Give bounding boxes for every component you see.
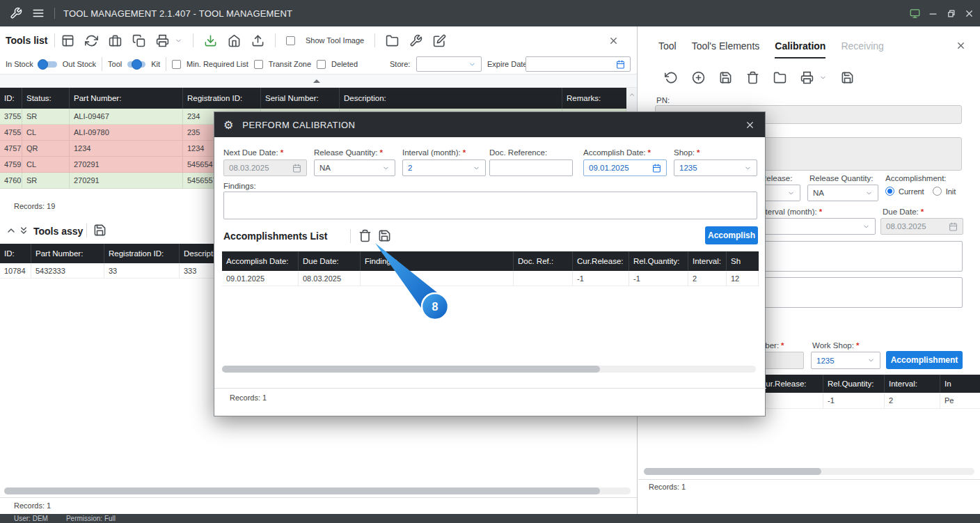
min-required-list-checkbox[interactable] bbox=[172, 60, 181, 69]
collapse-handle-icon[interactable] bbox=[313, 79, 320, 83]
findings-textarea[interactable] bbox=[223, 192, 757, 219]
tab-tool[interactable]: Tool bbox=[658, 35, 677, 58]
header-cell-extra[interactable]: In bbox=[940, 375, 980, 393]
header-cell-rel-quantity[interactable]: Rel.Quantity: bbox=[629, 251, 688, 271]
header-cell-cur-release[interactable]: Cur.Release: bbox=[573, 251, 629, 271]
folder-icon[interactable] bbox=[386, 34, 399, 47]
header-cell-doc-ref[interactable]: Doc. Ref.: bbox=[514, 251, 573, 271]
detail-panel-close-icon[interactable] bbox=[956, 40, 966, 51]
header-cell-shop[interactable]: Sh bbox=[727, 251, 759, 271]
interval-month-select[interactable]: 2 bbox=[402, 159, 486, 176]
save-grid-icon[interactable] bbox=[378, 229, 391, 242]
table-row[interactable]: 09.01.2025 08.03.2025 -1 -1 2 12 bbox=[222, 271, 759, 286]
header-cell-findings[interactable]: Findings: bbox=[361, 251, 514, 271]
export-icon[interactable] bbox=[251, 34, 264, 47]
close-window-button[interactable] bbox=[964, 8, 974, 19]
header-cell-id[interactable]: ID: bbox=[0, 88, 22, 109]
home-icon[interactable] bbox=[228, 34, 241, 47]
header-cell-due-date[interactable]: Due Date: bbox=[299, 251, 361, 271]
header-cell-interval[interactable]: Interval: bbox=[688, 251, 727, 271]
restore-button[interactable] bbox=[946, 8, 956, 19]
work-shop-select[interactable]: 1235 bbox=[811, 352, 880, 369]
shop-label: Shop:* bbox=[674, 148, 700, 157]
print-menu-button[interactable] bbox=[800, 71, 827, 84]
hamburger-menu-icon[interactable] bbox=[32, 7, 45, 19]
edit-icon[interactable] bbox=[433, 34, 446, 47]
header-cell-status[interactable]: Status: bbox=[22, 88, 70, 109]
scrollbar-thumb[interactable] bbox=[4, 487, 600, 494]
scroll-up-icon[interactable] bbox=[629, 91, 635, 98]
store-select[interactable] bbox=[416, 56, 482, 72]
minimize-button[interactable] bbox=[928, 8, 938, 19]
system-tray-icon[interactable] bbox=[910, 8, 920, 19]
show-tool-image-checkbox[interactable] bbox=[286, 36, 295, 45]
refresh-icon[interactable] bbox=[665, 71, 678, 84]
calendar-icon[interactable] bbox=[652, 164, 661, 173]
expire-date-input[interactable] bbox=[525, 56, 631, 72]
radio-init[interactable] bbox=[933, 187, 942, 196]
release-quantity-select[interactable]: NA bbox=[807, 185, 878, 201]
header-cell-accomplish-date[interactable]: Accomplish Date: bbox=[222, 251, 299, 271]
transit-zone-checkbox[interactable] bbox=[254, 60, 263, 69]
header-cell-cur-release[interactable]: Cur.Release: bbox=[756, 375, 823, 393]
dialog-close-icon[interactable] bbox=[745, 120, 755, 130]
header-cell-serial-number[interactable]: Serial Number: bbox=[261, 88, 340, 109]
accomplish-date-input[interactable]: 09.01.2025 bbox=[583, 159, 667, 176]
tab-calibration[interactable]: Calibration bbox=[775, 35, 825, 58]
interval-label: Interval (month):* bbox=[759, 208, 822, 216]
tab-tools-elements[interactable]: Tool's Elements bbox=[692, 35, 760, 58]
delete-icon[interactable] bbox=[358, 229, 372, 242]
show-tool-image-label: Show Tool Image bbox=[306, 36, 364, 45]
header-cell-interval[interactable]: Interval: bbox=[885, 375, 940, 393]
deleted-checkbox[interactable] bbox=[317, 60, 326, 69]
release-quantity-select[interactable]: NA bbox=[314, 159, 395, 176]
header-cell-remarks[interactable]: Remarks: bbox=[562, 88, 626, 109]
filter-separator bbox=[102, 57, 102, 71]
collapse-up-icon[interactable] bbox=[6, 225, 17, 236]
scrollbar-thumb[interactable] bbox=[222, 366, 600, 373]
header-cell-registration-id[interactable]: Registration ID: bbox=[183, 88, 261, 109]
import-icon[interactable] bbox=[204, 34, 217, 47]
header-cell-id[interactable]: ID: bbox=[0, 244, 31, 263]
titlebar: TOOL MANAGEMENT 2.1.407 - TOOL MANAGEMEN… bbox=[0, 0, 980, 26]
save-grid-icon[interactable] bbox=[841, 71, 854, 84]
card-view-icon[interactable] bbox=[61, 34, 74, 47]
calendar-icon bbox=[292, 164, 301, 173]
next-due-date-input: 08.03.2025 bbox=[223, 159, 307, 176]
tab-receiving[interactable]: Receiving bbox=[841, 35, 883, 58]
radio-current[interactable] bbox=[885, 187, 894, 196]
doc-reference-input[interactable] bbox=[489, 159, 573, 176]
header-cell-registration-id[interactable]: Registration ID: bbox=[104, 244, 180, 263]
save-icon[interactable] bbox=[93, 224, 106, 237]
add-icon[interactable] bbox=[692, 71, 705, 84]
tools-list-close-icon[interactable] bbox=[608, 36, 619, 46]
detail-hscrollbar[interactable] bbox=[644, 468, 974, 475]
copy-icon[interactable] bbox=[132, 34, 145, 47]
tool-kit-toggle[interactable] bbox=[127, 61, 145, 68]
min-required-list-label: Min. Required List bbox=[187, 60, 248, 68]
refresh-icon[interactable] bbox=[85, 34, 98, 47]
expand-all-icon[interactable] bbox=[18, 225, 29, 236]
stock-toggle[interactable] bbox=[39, 61, 57, 68]
header-cell-part-number[interactable]: Part Number: bbox=[31, 244, 104, 263]
header-cell-part-number[interactable]: Part Number: bbox=[70, 88, 183, 109]
header-cell-rel-quantity[interactable]: Rel.Quantity: bbox=[823, 375, 885, 393]
calendar-icon[interactable] bbox=[616, 60, 625, 69]
shop-select[interactable]: 1235 bbox=[674, 159, 757, 176]
interval-select[interactable] bbox=[759, 218, 876, 235]
delete-icon[interactable] bbox=[746, 71, 759, 84]
folder-icon[interactable] bbox=[773, 71, 787, 84]
toolbox-icon[interactable] bbox=[109, 34, 122, 47]
dialog-hscrollbar[interactable] bbox=[222, 366, 756, 373]
scrollbar-thumb[interactable] bbox=[644, 468, 821, 475]
cell-part-number: ALI-09780 bbox=[70, 125, 183, 141]
header-cell-description[interactable]: Description: bbox=[340, 88, 562, 109]
titlebar-separator bbox=[54, 8, 55, 19]
chevron-down-icon bbox=[787, 189, 795, 197]
save-icon[interactable] bbox=[719, 71, 732, 84]
print-menu-button[interactable] bbox=[156, 34, 182, 47]
tools-icon[interactable] bbox=[409, 34, 422, 47]
tools-assy-hscrollbar[interactable] bbox=[4, 487, 631, 494]
accomplish-button[interactable]: Accomplish bbox=[705, 226, 758, 244]
accomplishment-button[interactable]: Accomplishment bbox=[886, 351, 963, 369]
